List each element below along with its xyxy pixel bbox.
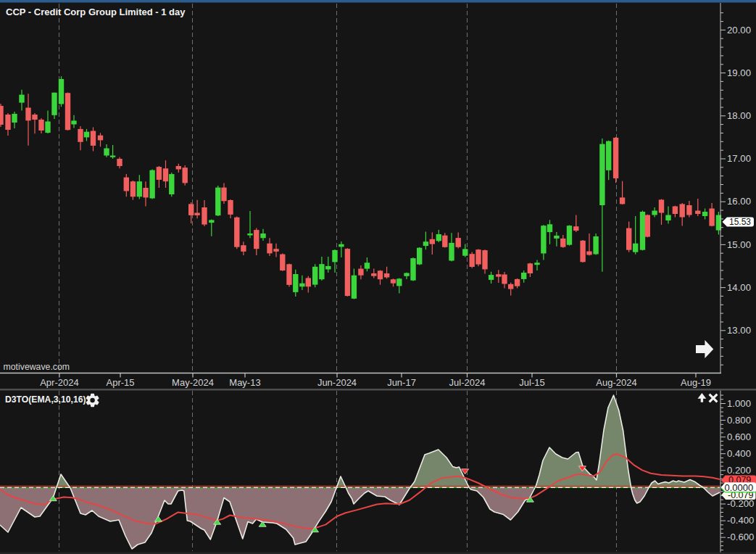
svg-text:0.600: 0.600 — [727, 431, 751, 442]
svg-text:-0.400: -0.400 — [727, 515, 754, 526]
svg-text:D3TO(EMA,3,10,16): D3TO(EMA,3,10,16) — [5, 394, 86, 405]
svg-text:motivewave.com: motivewave.com — [4, 362, 70, 372]
svg-text:13.00: 13.00 — [727, 325, 751, 336]
svg-text:CCP - Credit Corp Group Limite: CCP - Credit Corp Group Limited - 1 day — [6, 7, 186, 17]
svg-text:Apr-15: Apr-15 — [106, 377, 134, 388]
svg-text:Jun-17: Jun-17 — [387, 377, 416, 388]
svg-text:19.00: 19.00 — [727, 67, 751, 78]
svg-text:0.0000: 0.0000 — [725, 482, 754, 493]
svg-text:0.400: 0.400 — [727, 448, 751, 459]
svg-text:0.800: 0.800 — [727, 415, 751, 426]
svg-text:Jun-2024: Jun-2024 — [317, 377, 357, 388]
svg-text:15.53: 15.53 — [729, 217, 751, 227]
svg-text:20.00: 20.00 — [727, 25, 751, 36]
svg-text:Jul-2024: Jul-2024 — [449, 377, 486, 388]
svg-text:14.00: 14.00 — [727, 282, 751, 293]
svg-text:May-2024: May-2024 — [172, 377, 214, 388]
svg-text:Aug-2024: Aug-2024 — [596, 377, 636, 388]
svg-text:15.00: 15.00 — [727, 239, 751, 250]
svg-text:18.00: 18.00 — [727, 110, 751, 121]
svg-text:May-13: May-13 — [229, 377, 260, 388]
svg-text:Jul-15: Jul-15 — [519, 377, 544, 388]
svg-text:Aug-19: Aug-19 — [681, 377, 711, 388]
svg-text:16.00: 16.00 — [727, 196, 751, 207]
svg-text:-0.600: -0.600 — [727, 532, 754, 542]
svg-text:0.200: 0.200 — [727, 465, 751, 476]
svg-text:Apr-2024: Apr-2024 — [40, 377, 78, 388]
svg-text:17.00: 17.00 — [727, 153, 751, 164]
svg-text:1.000: 1.000 — [727, 398, 751, 409]
